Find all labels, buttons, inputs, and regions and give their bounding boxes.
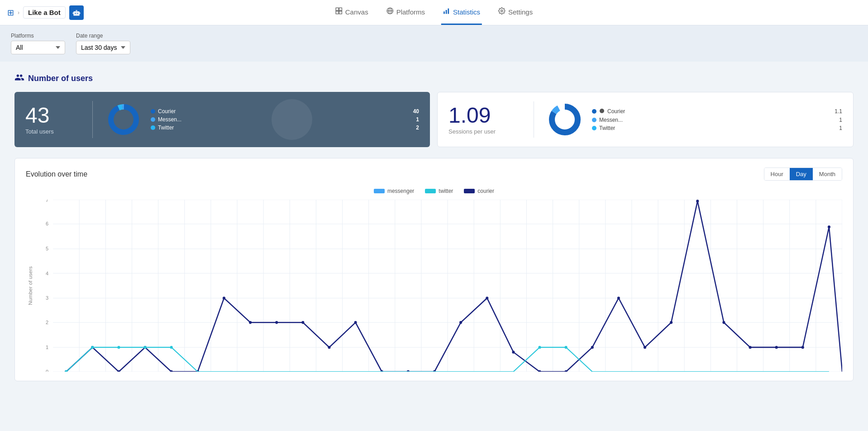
courier-point [617, 297, 620, 299]
users-donut-section: Courier 40 Messen... 1 Twitter 2 [105, 101, 419, 138]
chart-legend: messenger twitter courier [26, 188, 842, 194]
legend-courier: courier [464, 188, 494, 194]
section-title-text: Number of users [28, 74, 93, 83]
sessions-card-divider [534, 101, 534, 138]
date-range-filter-label: Date range [76, 33, 130, 39]
twitter-value: 2 [416, 125, 419, 131]
svg-text:3: 3 [46, 295, 48, 300]
sessions-twitter-item: Twitter 1 [592, 125, 842, 131]
nav-platforms[interactable]: Platforms [385, 0, 427, 25]
sessions-total-number: 1.09 [448, 105, 521, 126]
sessions-twitter-name: Twitter [599, 125, 615, 131]
month-button[interactable]: Month [813, 168, 842, 180]
filter-bar: Platforms All Courier Messenger Twitter … [0, 25, 868, 62]
sessions-stat-card: 1.09 Sessions per user Co [437, 92, 854, 147]
svg-rect-26 [26, 200, 842, 372]
twitter-legend-color [425, 189, 436, 193]
svg-rect-15 [446, 10, 447, 14]
twitter-point [170, 346, 173, 349]
circle-decoration [272, 99, 312, 140]
twitter-legend-label: twitter [439, 188, 453, 194]
users-card-divider [92, 101, 93, 138]
chart-header: Evolution over time Hour Day Month [26, 168, 842, 181]
legend-messenger: messenger [374, 188, 414, 194]
svg-rect-14 [444, 11, 445, 14]
statistics-icon [443, 7, 450, 16]
date-range-filter-select[interactable]: Last 7 days Last 30 days Last 90 days Cu… [76, 41, 130, 54]
nav-statistics-label: Statistics [453, 8, 480, 16]
courier-point [722, 321, 725, 324]
chart-title: Evolution over time [26, 170, 87, 178]
courier-point [249, 321, 252, 324]
chart-svg: 0 1 2 3 4 5 6 7 Number of users [26, 200, 842, 372]
nav-statistics[interactable]: Statistics [441, 0, 482, 25]
day-button[interactable]: Day [790, 168, 813, 180]
courier-point [828, 225, 830, 228]
svg-rect-8 [339, 8, 342, 10]
twitter-point [117, 346, 120, 349]
courier-point [591, 346, 594, 349]
courier-point [775, 346, 778, 349]
sessions-courier-value: 1.1 [835, 108, 842, 115]
svg-rect-7 [336, 8, 339, 10]
sessions-messenger-item: Messen... 1 [592, 117, 842, 123]
bot-icon [69, 5, 84, 20]
sessions-total-section: 1.09 Sessions per user [448, 105, 521, 135]
messenger-legend-color [374, 189, 385, 193]
sessions-donut-section: Courier 1.1 Messen... 1 Twitter 1 [547, 101, 842, 138]
grid-icon[interactable]: ⊞ [7, 8, 14, 18]
courier-point [328, 346, 330, 349]
courier-point [696, 200, 699, 202]
sessions-courier-dot [592, 109, 596, 114]
twitter-dot [151, 125, 155, 130]
twitter-point [144, 346, 147, 349]
sessions-messenger-value: 1 [839, 117, 842, 123]
canvas-icon [335, 7, 343, 16]
messenger-value: 1 [416, 116, 419, 123]
messenger-legend-label: messenger [387, 188, 414, 194]
platforms-icon [386, 7, 394, 16]
svg-point-1 [75, 13, 76, 14]
svg-point-17 [501, 10, 503, 12]
sessions-courier-name: Courier [607, 108, 625, 115]
courier-point [459, 321, 462, 324]
svg-text:6: 6 [46, 221, 48, 226]
svg-text:0: 0 [46, 369, 48, 372]
svg-text:7: 7 [46, 200, 48, 203]
svg-rect-0 [73, 11, 80, 16]
svg-rect-5 [72, 12, 73, 14]
sessions-messenger-name: Messen... [599, 117, 623, 123]
stats-row: 43 Total users Courier [14, 92, 854, 147]
courier-point [512, 351, 515, 354]
courier-legend-color [464, 189, 475, 193]
svg-rect-10 [339, 11, 342, 14]
sessions-twitter-dot [592, 126, 596, 130]
courier-point [275, 321, 278, 324]
legend-twitter: twitter [425, 188, 453, 194]
twitter-point [91, 346, 94, 349]
platforms-filter-group: Platforms All Courier Messenger Twitter [11, 33, 65, 54]
svg-point-21 [114, 110, 133, 129]
svg-text:1: 1 [46, 345, 48, 350]
chart-area: 0 1 2 3 4 5 6 7 Number of users [26, 200, 842, 372]
nav-settings-label: Settings [508, 8, 533, 16]
bot-name: Like a Bot [23, 6, 66, 19]
platforms-filter-select[interactable]: All Courier Messenger Twitter [11, 41, 65, 54]
nav-settings[interactable]: Settings [496, 0, 534, 25]
svg-text:2: 2 [46, 320, 48, 325]
sessions-courier-item: Courier 1.1 [592, 108, 842, 115]
time-buttons: Hour Day Month [764, 168, 842, 181]
svg-point-24 [555, 110, 575, 129]
svg-rect-6 [79, 12, 80, 14]
top-nav: ⊞ › Like a Bot Canvas Platforms Statisti… [0, 0, 868, 25]
platforms-filter-label: Platforms [11, 33, 65, 39]
courier-point [223, 297, 225, 299]
twitter-point [539, 346, 541, 349]
nav-canvas[interactable]: Canvas [334, 0, 370, 25]
svg-rect-16 [448, 9, 449, 14]
users-donut-chart [105, 101, 142, 138]
hour-button[interactable]: Hour [764, 168, 790, 180]
sessions-courier-icon [599, 108, 605, 115]
users-total-number: 43 [25, 105, 80, 126]
svg-text:4: 4 [46, 271, 48, 276]
